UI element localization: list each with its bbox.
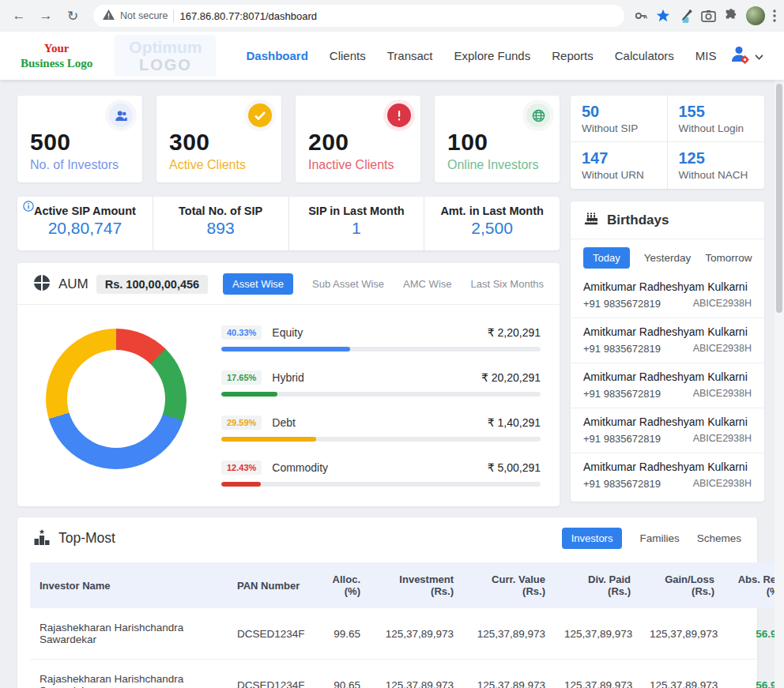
tab-schemes[interactable]: Schemes bbox=[697, 532, 741, 544]
cell-investment: 125,37,89,973 bbox=[370, 608, 463, 660]
tab-families[interactable]: Families bbox=[639, 532, 679, 544]
sip-stat-value: 2,500 bbox=[424, 219, 560, 238]
without-stat: 147 Without URN bbox=[571, 142, 668, 189]
stat-card-label: Inactive Clients bbox=[308, 158, 408, 172]
cell-curr-value: 125,37,89,973 bbox=[463, 660, 555, 688]
nav-item-reports[interactable]: Reports bbox=[552, 49, 594, 62]
sip-stat: Total No. of SIP 893 bbox=[153, 197, 289, 250]
sip-stat: Active SIP Amount 20,80,747 bbox=[17, 197, 153, 250]
back-icon[interactable]: ← bbox=[8, 5, 30, 27]
watermark-line1: Optimum bbox=[129, 38, 202, 56]
aum-card: AUM Rs. 100,00,00,456 Asset Wise Sub Ass… bbox=[17, 263, 560, 506]
app-navbar: Your Business Logo Optimum LOGO Dashboar… bbox=[0, 32, 784, 80]
col-pan-number: PAN Number bbox=[228, 562, 310, 608]
camera-icon[interactable] bbox=[701, 9, 716, 23]
nav-item-clients[interactable]: Clients bbox=[330, 49, 366, 62]
tab-asset-wise[interactable]: Asset Wise bbox=[223, 273, 293, 295]
watermark-line2: LOGO bbox=[129, 56, 202, 73]
birthdays-title: Birthdays bbox=[607, 212, 669, 228]
col-gain-loss: Gain/Loss (Rs.) bbox=[640, 562, 724, 608]
tab-sub-asset-wise[interactable]: Sub Asset Wise bbox=[312, 278, 384, 290]
sip-stat: SIP in Last Month 1 bbox=[289, 197, 425, 250]
nav-item-calculators[interactable]: Calculators bbox=[615, 49, 674, 62]
without-stat-value: 147 bbox=[582, 149, 656, 167]
tab-investors[interactable]: Investors bbox=[562, 528, 623, 549]
without-stat: 155 Without Login bbox=[668, 96, 765, 142]
stat-card: 100 Online Investors bbox=[435, 96, 560, 182]
business-logo-line1: Your bbox=[21, 41, 92, 56]
business-logo[interactable]: Your Business Logo bbox=[21, 41, 92, 71]
forward-icon[interactable]: → bbox=[35, 5, 57, 27]
browser-menu-icon[interactable] bbox=[773, 9, 776, 22]
nav-item-dashboard[interactable]: Dashboard bbox=[246, 49, 307, 62]
birthday-name: Amitkumar Radheshyam Kulkarni bbox=[583, 280, 752, 293]
asset-bar-fill bbox=[221, 482, 261, 487]
users-icon bbox=[109, 103, 133, 127]
without-stat-label: Without Login bbox=[679, 122, 754, 134]
tab-last-six-months[interactable]: Last Six Months bbox=[471, 278, 545, 290]
asset-bar-fill bbox=[221, 392, 277, 397]
stat-value: 100 bbox=[447, 129, 547, 156]
not-secure-warning-icon[interactable] bbox=[103, 9, 115, 23]
business-logo-line2: Business Logo bbox=[21, 56, 92, 71]
cell-div-paid: 125,37,89,973 bbox=[555, 608, 640, 660]
asset-label: Commodity bbox=[272, 461, 328, 474]
info-icon[interactable] bbox=[23, 201, 34, 215]
asset-label: Debt bbox=[272, 416, 296, 429]
without-stat: 50 Without SIP bbox=[571, 96, 668, 142]
birthday-pan: ABICE2938H bbox=[693, 478, 752, 490]
without-stat-label: Without SIP bbox=[582, 122, 656, 134]
tab-yesterday[interactable]: Yesterday bbox=[644, 252, 692, 264]
topmost-title: Top-Most bbox=[58, 530, 115, 547]
col-alloc: Alloc. (%) bbox=[310, 562, 370, 608]
check-icon bbox=[248, 103, 272, 127]
nav-item-mis[interactable]: MIS bbox=[695, 49, 717, 62]
asset-row: 40.33% Equity ₹ 2,20,291 bbox=[221, 325, 541, 352]
without-stats-panel: 50 Without SIP 155 Without Login 147 Wit… bbox=[571, 96, 764, 189]
sip-stat-label: SIP in Last Month bbox=[289, 205, 424, 217]
omnibox-divider bbox=[173, 9, 174, 22]
birthday-pan: ABICE2938H bbox=[693, 343, 752, 355]
birthday-phone: +91 9835672819 bbox=[583, 298, 661, 310]
without-stat-value: 125 bbox=[679, 149, 754, 167]
aum-donut bbox=[46, 329, 187, 469]
investors-table: Investor Name PAN Number Alloc. (%) Inve… bbox=[30, 562, 784, 688]
browser-profile-avatar[interactable] bbox=[746, 6, 765, 25]
birthday-name: Amitkumar Radheshyam Kulkarni bbox=[583, 415, 752, 428]
cell-investor-name: Rajashekharan Harishchandra Sawardekar bbox=[30, 608, 228, 660]
nav-item-transact[interactable]: Transact bbox=[387, 49, 433, 62]
birthday-entry: Amitkumar Radheshyam Kulkarni +91 983567… bbox=[571, 273, 764, 318]
globe-icon bbox=[526, 103, 550, 127]
table-row: Rajashekharan Harishchandra Sawardekar D… bbox=[30, 608, 784, 660]
cell-investor-name: Rajashekharan Harishchandra Sawardekar bbox=[30, 660, 228, 688]
optimum-logo-watermark: Optimum LOGO bbox=[115, 35, 216, 77]
cell-gain-loss: 125,37,89,973 bbox=[640, 608, 724, 660]
tab-tomorrow[interactable]: Tomorrow bbox=[705, 252, 752, 264]
stat-value: 200 bbox=[308, 129, 408, 156]
birthday-phone: +91 9835672819 bbox=[583, 343, 661, 355]
cell-pan: DCSED1234F bbox=[228, 660, 310, 688]
password-key-icon[interactable] bbox=[634, 9, 648, 23]
user-profile-menu[interactable] bbox=[729, 44, 763, 68]
scrollbar-thumb[interactable] bbox=[776, 84, 782, 313]
extensions-puzzle-icon[interactable] bbox=[724, 9, 738, 23]
eyedropper-extension-icon[interactable] bbox=[678, 9, 693, 24]
tab-today[interactable]: Today bbox=[583, 247, 630, 269]
asset-bar-track bbox=[221, 347, 541, 352]
address-bar[interactable]: Not secure 167.86.80.77:8071/dashboard bbox=[93, 5, 624, 27]
bookmark-star-icon[interactable] bbox=[656, 9, 670, 23]
refresh-icon[interactable]: ↻ bbox=[62, 5, 84, 27]
birthday-entry: Amitkumar Radheshyam Kulkarni +91 983567… bbox=[571, 363, 764, 408]
col-investor-name: Investor Name bbox=[30, 562, 228, 608]
aum-title: AUM bbox=[58, 276, 89, 292]
birthday-pan: ABICE2938H bbox=[693, 433, 752, 445]
user-gear-icon bbox=[729, 44, 750, 68]
birthday-entry: Amitkumar Radheshyam Kulkarni +91 983567… bbox=[571, 318, 764, 363]
without-stat-value: 50 bbox=[582, 103, 656, 121]
stat-card: 200 Inactive Clients bbox=[296, 96, 420, 182]
tab-amc-wise[interactable]: AMC Wise bbox=[403, 278, 451, 290]
col-curr-value: Curr. Value (Rs.) bbox=[463, 562, 555, 608]
nav-item-explore-funds[interactable]: Explore Funds bbox=[454, 49, 530, 62]
stat-value: 500 bbox=[30, 129, 130, 156]
url-text: 167.86.80.77:8071/dashboard bbox=[179, 10, 317, 22]
